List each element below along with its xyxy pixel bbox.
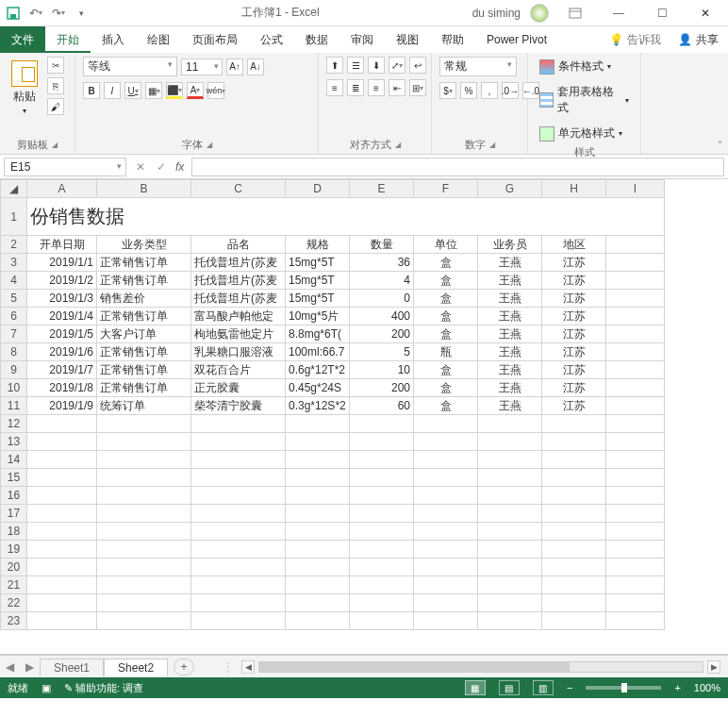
cell[interactable] (606, 505, 665, 523)
zoom-slider[interactable] (586, 686, 661, 690)
user-avatar-icon[interactable] (530, 4, 549, 23)
close-button[interactable]: ✕ (688, 4, 722, 23)
cell[interactable]: 2019/1/6 (27, 343, 97, 361)
cell[interactable] (97, 451, 191, 469)
cell[interactable] (286, 487, 350, 505)
cell[interactable]: 江苏 (542, 343, 606, 361)
cell[interactable]: 盒 (414, 308, 478, 325)
col-header[interactable]: A (27, 180, 97, 198)
row-header[interactable]: 10 (1, 379, 27, 397)
macro-record-icon[interactable]: ▣ (41, 682, 51, 694)
italic-button[interactable]: I (104, 82, 121, 99)
cell[interactable]: 100ml:66.7 (286, 343, 350, 361)
cell[interactable] (97, 612, 191, 630)
tab-formulas[interactable]: 公式 (249, 26, 294, 53)
comma-format-icon[interactable]: , (481, 82, 498, 99)
cell[interactable] (27, 451, 97, 469)
cell[interactable] (478, 612, 542, 630)
cell[interactable] (606, 523, 665, 541)
fx-icon[interactable]: fx (172, 160, 188, 174)
cell[interactable] (27, 469, 97, 487)
col-header[interactable]: H (542, 180, 606, 198)
cell[interactable] (478, 594, 542, 612)
maximize-button[interactable]: ☐ (645, 4, 679, 23)
cell[interactable]: 统筹订单 (97, 397, 191, 415)
align-left-icon[interactable]: ≡ (326, 79, 343, 96)
cell[interactable] (97, 415, 191, 433)
cell[interactable] (286, 559, 350, 576)
col-header[interactable]: G (478, 180, 542, 198)
cell[interactable] (606, 576, 665, 594)
cell[interactable] (191, 594, 286, 612)
cell[interactable] (97, 594, 191, 612)
undo-icon[interactable]: ↶ (28, 6, 43, 21)
cell[interactable] (542, 469, 606, 487)
sheet-tab-1[interactable]: Sheet1 (40, 659, 104, 676)
cell[interactable]: 2019/1/3 (27, 290, 97, 308)
select-all-corner[interactable]: ◢ (1, 180, 27, 198)
cell[interactable]: 王燕 (478, 254, 542, 272)
cell[interactable]: 60 (350, 397, 414, 415)
row-header[interactable]: 5 (1, 290, 27, 308)
cell[interactable] (542, 541, 606, 559)
cancel-formula-icon[interactable]: ✕ (130, 160, 151, 174)
cell[interactable]: 2019/1/9 (27, 397, 97, 415)
ribbon-options-icon[interactable] (558, 4, 592, 23)
cell[interactable] (542, 523, 606, 541)
tab-help[interactable]: 帮助 (430, 26, 475, 53)
qat-customize-icon[interactable]: ▾ (74, 6, 89, 21)
fill-color-button[interactable]: ⬛ (166, 82, 183, 99)
cell[interactable] (350, 541, 414, 559)
tab-nav-prev-icon[interactable]: ◀ (0, 660, 20, 674)
cell[interactable] (350, 523, 414, 541)
cell[interactable]: 400 (350, 308, 414, 325)
col-header[interactable]: F (414, 180, 478, 198)
cell[interactable] (606, 612, 665, 630)
cell[interactable] (478, 433, 542, 451)
cell[interactable] (286, 594, 350, 612)
tab-nav-next-icon[interactable]: ▶ (20, 660, 40, 674)
cell[interactable]: 2019/1/5 (27, 325, 97, 343)
tab-view[interactable]: 视图 (385, 26, 430, 53)
cell[interactable] (350, 576, 414, 594)
tab-draw[interactable]: 绘图 (136, 26, 181, 53)
cell[interactable] (350, 612, 414, 630)
accounting-format-icon[interactable]: $ (439, 82, 456, 99)
row-header[interactable]: 12 (1, 415, 27, 433)
cell[interactable] (27, 415, 97, 433)
cell[interactable]: 江苏 (542, 290, 606, 308)
sheet-tab-2[interactable]: Sheet2 (104, 659, 168, 676)
cell[interactable] (478, 415, 542, 433)
formula-input[interactable] (191, 158, 724, 176)
cell[interactable] (97, 505, 191, 523)
merge-button[interactable]: ⊞ (409, 79, 426, 96)
save-icon[interactable] (6, 6, 21, 21)
cell[interactable] (606, 487, 665, 505)
cell[interactable]: 正常销售订单 (97, 361, 191, 379)
cell[interactable] (542, 505, 606, 523)
tab-powerpivot[interactable]: Power Pivot (475, 26, 558, 53)
cell[interactable] (191, 451, 286, 469)
wrap-text-icon[interactable]: ↩ (409, 57, 426, 74)
cell[interactable] (27, 505, 97, 523)
cell[interactable]: 8.8mg*6T( (286, 325, 350, 343)
align-right-icon[interactable]: ≡ (368, 79, 385, 96)
cell[interactable]: 江苏 (542, 308, 606, 325)
row-header[interactable]: 14 (1, 451, 27, 469)
align-middle-icon[interactable]: ☰ (347, 57, 364, 74)
cell[interactable] (286, 541, 350, 559)
cell[interactable] (542, 559, 606, 576)
phonetic-button[interactable]: wén (207, 82, 224, 99)
column-title[interactable]: 业务员 (478, 236, 542, 254)
cell-styles-button[interactable]: 单元格样式▾ (536, 124, 626, 143)
column-title[interactable]: 单位 (414, 236, 478, 254)
cell[interactable]: 盒 (414, 361, 478, 379)
cell[interactable] (27, 433, 97, 451)
number-format-combo[interactable]: 常规 (439, 57, 517, 76)
tab-review[interactable]: 审阅 (339, 26, 385, 53)
cell[interactable] (606, 469, 665, 487)
cell[interactable]: 枸地氨雷他定片 (191, 325, 286, 343)
tab-file[interactable]: 文件 (0, 26, 45, 53)
format-painter-icon[interactable]: 🖌 (47, 98, 64, 115)
cell[interactable]: 盒 (414, 272, 478, 290)
